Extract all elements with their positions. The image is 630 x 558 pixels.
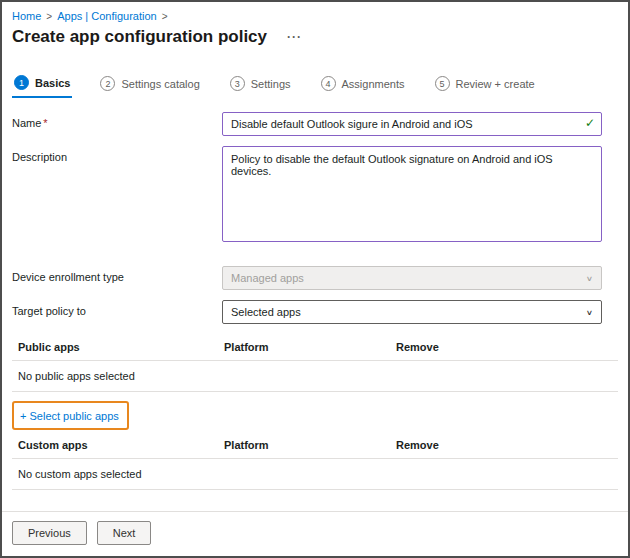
- target-policy-to-value: Selected apps: [231, 306, 301, 318]
- tab-settings[interactable]: 3 Settings: [228, 75, 293, 98]
- page-title: Create app configuration policy: [12, 27, 267, 47]
- public-apps-empty-text: No public apps selected: [18, 370, 135, 382]
- device-enrollment-row: Device enrollment type Managed apps ∨: [12, 266, 618, 290]
- create-app-config-policy-window: Home > Apps | Configuration > Create app…: [0, 0, 630, 558]
- target-policy-row: Target policy to Selected apps ∨: [12, 300, 618, 324]
- name-label-text: Name: [12, 117, 41, 129]
- name-input[interactable]: [222, 112, 602, 136]
- custom-apps-header-row: Custom apps Platform Remove: [12, 432, 618, 459]
- required-asterisk: *: [43, 117, 47, 129]
- step-number-icon: 1: [14, 75, 29, 90]
- description-field-wrap: Policy to disable the default Outlook si…: [222, 146, 602, 246]
- breadcrumb-home[interactable]: Home: [12, 10, 41, 22]
- annotation-highlight-box: + Select public apps: [12, 401, 129, 430]
- step-label: Basics: [35, 77, 70, 89]
- select-public-apps-link[interactable]: + Select public apps: [20, 410, 119, 422]
- target-policy-to-label: Target policy to: [12, 300, 222, 324]
- basics-form: Name* ✓ Description Policy to disable th…: [12, 112, 618, 324]
- column-remove: Remove: [396, 341, 618, 353]
- step-number-icon: 3: [230, 76, 245, 91]
- column-platform: Platform: [224, 439, 396, 451]
- column-remove: Remove: [396, 439, 618, 451]
- device-enrollment-type-dropdown: Managed apps ∨: [222, 266, 602, 290]
- breadcrumb: Home > Apps | Configuration >: [12, 10, 618, 22]
- step-label: Settings: [251, 78, 291, 90]
- public-apps-header-row: Public apps Platform Remove: [12, 334, 618, 361]
- column-public-apps: Public apps: [18, 341, 224, 353]
- device-enrollment-type-value: Managed apps: [231, 272, 304, 284]
- public-apps-empty-row: No public apps selected: [12, 361, 618, 392]
- wizard-footer: Previous Next: [2, 511, 628, 556]
- tab-assignments[interactable]: 4 Assignments: [319, 75, 407, 98]
- step-label: Settings catalog: [121, 78, 199, 90]
- select-public-apps-wrap: + Select public apps: [12, 401, 618, 430]
- breadcrumb-separator: >: [162, 11, 168, 22]
- step-number-icon: 5: [435, 76, 450, 91]
- target-policy-to-dropdown[interactable]: Selected apps ∨: [222, 300, 602, 324]
- step-number-icon: 4: [321, 76, 336, 91]
- custom-apps-empty-row: No custom apps selected: [12, 459, 618, 490]
- chevron-down-icon: ∨: [586, 308, 593, 316]
- breadcrumb-separator: >: [46, 11, 52, 22]
- column-custom-apps: Custom apps: [18, 439, 224, 451]
- name-field-wrap: ✓: [222, 112, 602, 136]
- step-number-icon: 2: [100, 76, 115, 91]
- name-label: Name*: [12, 112, 222, 136]
- previous-button[interactable]: Previous: [12, 521, 87, 545]
- name-row: Name* ✓: [12, 112, 618, 136]
- checkmark-icon: ✓: [585, 116, 595, 130]
- chevron-down-icon: ∨: [586, 274, 593, 282]
- tab-settings-catalog[interactable]: 2 Settings catalog: [98, 75, 201, 98]
- tab-basics[interactable]: 1 Basics: [12, 75, 72, 98]
- description-textarea[interactable]: Policy to disable the default Outlook si…: [222, 146, 602, 242]
- description-row: Description Policy to disable the defaul…: [12, 146, 618, 246]
- custom-apps-empty-text: No custom apps selected: [18, 468, 142, 480]
- more-options-ellipsis-icon[interactable]: ···: [287, 30, 302, 44]
- custom-apps-table: Custom apps Platform Remove No custom ap…: [12, 432, 618, 490]
- description-label: Description: [12, 146, 222, 246]
- column-platform: Platform: [224, 341, 396, 353]
- wizard-steps: 1 Basics 2 Settings catalog 3 Settings 4…: [12, 75, 618, 98]
- next-button[interactable]: Next: [97, 521, 152, 545]
- breadcrumb-apps-configuration[interactable]: Apps | Configuration: [57, 10, 156, 22]
- step-label: Review + create: [456, 78, 535, 90]
- title-row: Create app configuration policy ···: [12, 27, 618, 47]
- tab-review-create[interactable]: 5 Review + create: [433, 75, 537, 98]
- device-enrollment-type-label: Device enrollment type: [12, 266, 222, 290]
- step-label: Assignments: [342, 78, 405, 90]
- public-apps-table: Public apps Platform Remove No public ap…: [12, 334, 618, 392]
